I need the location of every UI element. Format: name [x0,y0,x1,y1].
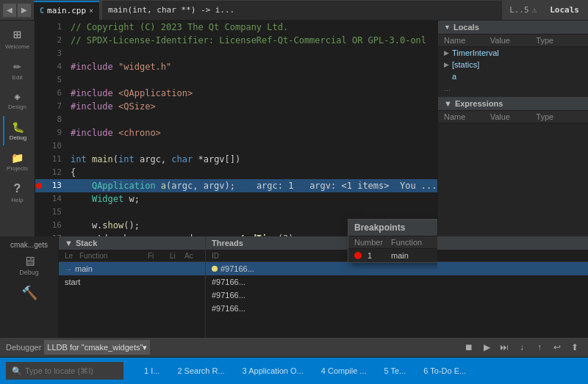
sidebar-item-edit[interactable]: ✏ Edit [3,54,32,84]
bp-marker-2 [35,34,43,47]
stack-item-main[interactable]: → main [59,262,205,275]
locals-panel-header: Locals [544,4,585,16]
bp-marker-6 [35,87,43,100]
bp-marker-13 [35,179,43,192]
breakpoints-title: Breakpoints [348,220,437,236]
breakpoint-row-1: 1 main ...n.cpp ... ... [348,249,437,262]
debug-engine-dropdown[interactable]: LLDB for "cmake_widgets" ▾ [44,340,150,355]
sidebar-item-design[interactable]: ◈ Design [3,85,32,115]
sidebar-item-welcome[interactable]: ⊞ Welcome [3,23,32,53]
debug-icon: 🐛 [12,121,24,133]
cmake-debug-item[interactable]: 🖥 Debug [16,250,42,279]
bp-marker-8 [35,113,43,126]
locals-col-name: Name [444,36,490,45]
code-line-8: 8 [35,113,437,126]
dropdown-chevron-icon: ▾ [143,343,147,352]
breakpoints-table-header: Number Function File Lin Ad [348,236,437,249]
sidebar-item-projects[interactable]: 📁 Projects [3,147,32,176]
bp-marker-4 [35,60,43,73]
search-bar[interactable]: 🔍 [6,362,123,380]
thread-item-2[interactable]: #97166... [206,275,588,289]
status-tab-6[interactable]: 6 To-Do E... [415,358,475,384]
file-tab-name: main.cpp [47,6,86,15]
stack-title: Stack [76,239,97,247]
step-out-button[interactable]: ↑ [532,340,547,355]
status-tab-3[interactable]: 3 Application O... [234,358,312,384]
sidebar-label-welcome: Welcome [5,43,29,50]
locals-item-name: TimerInterval [452,48,499,57]
run-to-cursor-button[interactable]: ↩ [550,340,564,355]
code-line-5: 5 [35,73,437,87]
thread-item-3[interactable]: #97166... [206,289,588,302]
debugger-toolbar: Debugger LLDB for "cmake_widgets" ▾ ⏹ ▶ … [0,337,588,358]
status-tabs: 1 I... 2 Search R... 3 Application O... … [135,358,475,384]
bp-col-function: Function [391,238,437,247]
locals-item-name: [statics] [452,60,479,69]
help-icon: ? [14,182,21,195]
thread-item-1[interactable]: #97166... [206,262,588,275]
expressions-columns: Name Value Type [438,111,588,123]
thread-item-4[interactable]: #97166... [206,302,588,315]
thread-id: #97166... [220,264,254,273]
current-frame-icon: → [65,265,72,273]
cmake-build-icon: 🔨 [21,285,37,300]
locals-item-statics[interactable]: ▶ [statics] [438,59,588,70]
back-button[interactable]: ◀ [3,4,16,17]
bp-marker-9 [35,126,43,140]
design-icon: ◈ [14,90,20,102]
status-tab-1[interactable]: 1 I... [135,358,168,384]
code-line-15: 15 [35,206,437,219]
bp-marker-14 [35,192,43,206]
locals-item-more[interactable]: ... [438,82,588,94]
locals-chevron-icon: ▼ [444,23,451,31]
cmake-screen-icon: 🖥 [23,253,36,269]
sidebar-item-debug[interactable]: 🐛 Debug [3,116,32,145]
bp-marker-1 [35,21,43,34]
locals-item-a[interactable]: ▶ a [438,70,588,82]
status-tab-2[interactable]: 2 Search R... [168,358,233,384]
stop-button[interactable]: ⏹ [462,340,476,355]
cmake-label: cmak...gets [9,239,49,250]
status-tab-5[interactable]: 5 Te... [376,358,415,384]
continue-button[interactable]: ▶ [479,340,494,355]
return-from-fn-button[interactable]: ⬆ [567,340,582,355]
step-over-button[interactable]: ⏭ [497,340,512,355]
locals-item-timerinterval[interactable]: ▶ TimerInterval [438,47,588,59]
thread-id: #97166... [212,304,245,313]
sidebar-label-help: Help [11,197,23,203]
expand-icon: ▶ [444,49,449,57]
stack-col-ad: Ac [184,252,199,260]
locals-title: Locals [453,23,479,32]
locals-col-value: Value [490,36,537,45]
breakpoint-active-icon [354,252,362,259]
breadcrumb-area: main(int, char **) -> i... [102,1,502,20]
step-into-button[interactable]: ↓ [514,340,529,355]
bp-marker-15 [35,206,43,219]
close-tab-button[interactable]: × [89,7,93,15]
top-bar: ◀ ▶ C main.cpp × main(int, char **) -> i… [0,0,588,21]
file-tab[interactable]: C main.cpp × [34,1,99,20]
code-line-2: 2 // SPDX-License-Identifier: LicenseRef… [35,34,437,47]
sidebar-item-help[interactable]: ? Help [3,178,32,207]
expressions-section-header: ▼ Expressions [438,97,588,111]
code-line-6: 6 #include <QApplication> [35,87,437,100]
file-type-icon: C [40,7,44,15]
bp-marker-7 [35,100,43,113]
code-line-14: 14 Widget w; [35,192,437,206]
bp-marker-11 [35,153,43,166]
line-info: L..5 ⚠ [505,4,541,16]
stack-fn-name: main [75,264,93,273]
bp-marker-5 [35,73,43,87]
cmake-build-item[interactable]: 🔨 [18,282,40,303]
code-line-11: 11 int main(int argc, char *argv[]) [35,153,437,166]
status-tab-4[interactable]: 4 Compile ... [312,358,376,384]
stack-item-start[interactable]: start [59,275,205,289]
expressions-col-value: Value [490,112,537,121]
locals-item-name: ... [444,84,451,93]
code-line-12: 12 { [35,166,437,179]
forward-button[interactable]: ▶ [18,4,31,17]
stack-col-fn: Function [79,252,148,260]
warning-icon: ⚠ [532,5,537,15]
locals-columns: Name Value Type [438,35,588,47]
search-input[interactable] [25,366,113,375]
